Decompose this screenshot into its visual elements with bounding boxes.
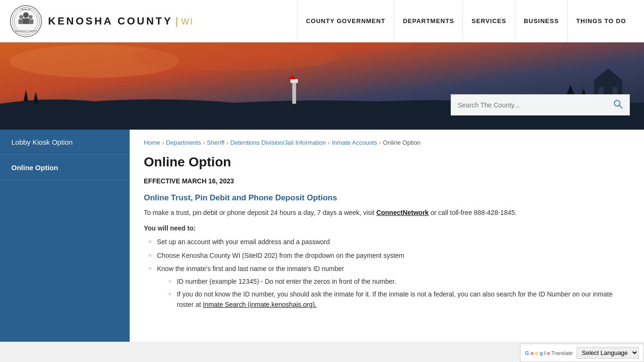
hero-banner [0, 42, 644, 130]
sidebar-item-lobby-kiosk[interactable]: Lobby Kiosk Option [0, 130, 130, 155]
svg-line-23 [619, 106, 622, 108]
logo-text: KENOSHA COUNTY WI [48, 15, 193, 27]
connect-network-link[interactable]: ConnectNetwork [376, 209, 429, 216]
intro-text: To make a trust, pin debit or phone depo… [144, 207, 630, 218]
svg-point-13 [132, 42, 339, 71]
sub-list-item-1: ID number (example 12345) - Do not enter… [168, 276, 630, 287]
svg-rect-8 [29, 19, 33, 24]
svg-point-5 [19, 15, 23, 19]
nav-item-things-to-do[interactable]: THINGS TO DO [567, 0, 635, 42]
requirements-list: Set up an account with your email addres… [144, 237, 630, 310]
svg-point-22 [614, 100, 620, 106]
page-title: Online Option [144, 155, 630, 170]
logo-area: KENOSHA COUNTY SEAL OF KENOSHA COUNTY WI [9, 5, 193, 38]
breadcrumb-inmate-accounts[interactable]: Inmate Accounts [332, 139, 377, 146]
svg-rect-4 [22, 18, 30, 24]
sub-list: ID number (example 12345) - Do not enter… [157, 276, 630, 310]
breadcrumb-detentions[interactable]: Detentions Division/Jail Information [230, 139, 326, 146]
breadcrumb-sheriff[interactable]: Sheriff [207, 139, 224, 146]
breadcrumb-sep-4: › [328, 139, 330, 146]
list-item-1: Set up an account with your email addres… [149, 237, 630, 247]
svg-rect-6 [18, 19, 23, 24]
logo-county-name: KENOSHA COUNTY [48, 15, 173, 27]
main-nav: COUNTY GOVERNMENT DEPARTMENTS SERVICES B… [193, 0, 635, 42]
breadcrumb-sep-5: › [379, 139, 381, 146]
sidebar-item-online-option[interactable]: Online Option [0, 155, 130, 181]
county-seal: KENOSHA COUNTY SEAL OF [9, 5, 42, 38]
svg-rect-15 [292, 80, 296, 104]
svg-point-3 [23, 12, 29, 18]
sidebar: Lobby Kiosk Option Online Option [0, 130, 130, 342]
svg-text:KENOSHA COUNTY: KENOSHA COUNTY [15, 30, 37, 33]
svg-point-7 [29, 15, 33, 19]
intro-text-part1: To make a trust, pin debit or phone depo… [144, 209, 374, 216]
breadcrumb-home[interactable]: Home [144, 139, 160, 146]
search-input[interactable] [458, 101, 613, 109]
breadcrumb: Home › Departments › Sheriff › Detention… [144, 139, 630, 146]
logo-state: WI [176, 17, 193, 27]
svg-rect-16 [290, 79, 298, 83]
effective-date: EFFECTIVE MARCH 16, 2023 [144, 177, 630, 185]
list-item-3-text: Know the inmate's first and last name or… [157, 265, 344, 272]
svg-text:SEAL OF: SEAL OF [21, 8, 31, 11]
breadcrumb-sep-1: › [162, 139, 164, 146]
list-item-2: Choose Kenosha County WI (SiteID 202) fr… [149, 250, 630, 261]
nav-item-county-government[interactable]: COUNTY GOVERNMENT [297, 0, 394, 42]
breadcrumb-sep-3: › [226, 139, 228, 146]
search-box [451, 94, 630, 115]
sub-list-item-2: If you do not know the ID number, you sh… [168, 289, 630, 310]
nav-item-business[interactable]: BUSINESS [515, 0, 567, 42]
nav-item-departments[interactable]: DEPARTMENTS [394, 0, 462, 42]
intro-text-part2: or call toll-free 888-428-1845. [430, 209, 517, 216]
svg-rect-20 [599, 87, 603, 94]
you-will-need-label: You will need to: [144, 224, 630, 232]
breadcrumb-departments[interactable]: Departments [166, 139, 201, 146]
hero-scene [0, 42, 644, 130]
main-container: Lobby Kiosk Option Online Option Home › … [0, 130, 644, 342]
section-heading: Online Trust, Pin Debit and Phone Deposi… [144, 193, 630, 203]
content-area: Home › Departments › Sheriff › Detention… [130, 130, 644, 342]
svg-rect-21 [613, 87, 618, 94]
breadcrumb-sep-2: › [203, 139, 205, 146]
site-header: KENOSHA COUNTY SEAL OF KENOSHA COUNTY WI… [0, 0, 644, 42]
list-item-3: Know the inmate's first and last name or… [149, 263, 630, 310]
search-button[interactable] [613, 99, 623, 110]
inmate-search-link[interactable]: Inmate Search (inmate.kenoshajs.org). [203, 301, 316, 308]
nav-item-services[interactable]: SERVICES [462, 0, 515, 42]
breadcrumb-current: Online Option [383, 139, 421, 146]
